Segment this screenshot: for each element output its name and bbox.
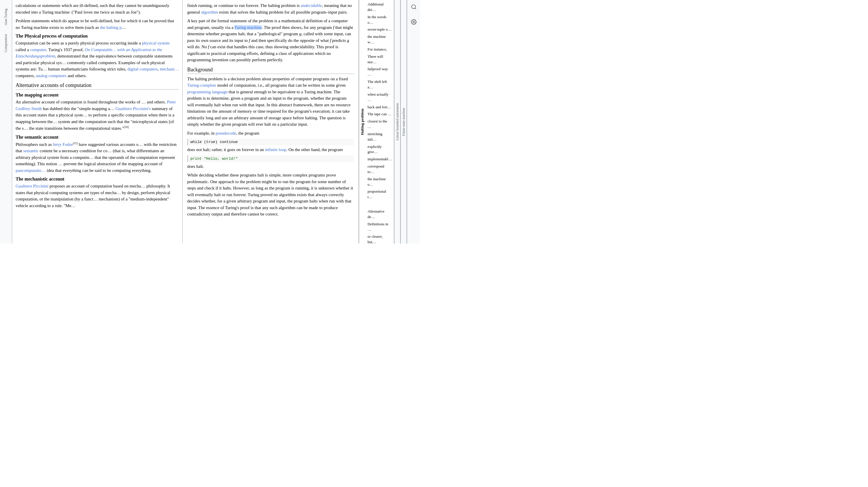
left-para-computation: Computation can be seen as a purely phys…	[16, 40, 179, 79]
center-after-code2: does halt.	[187, 163, 354, 170]
link-jerry-fodor[interactable]: Jerry Fodor	[53, 142, 73, 147]
heading-semantic-account: The semantic account	[16, 135, 179, 140]
right-item-6: failproof way …	[368, 66, 392, 77]
settings-icon	[411, 19, 417, 25]
code-block-1: while (true) continue	[187, 139, 354, 145]
svg-point-2	[413, 21, 414, 23]
heading-alternative-accounts: Alternative accounts of computation	[16, 82, 179, 90]
sidebar-label-computation: Computation	[4, 34, 8, 52]
search-icon	[411, 4, 417, 10]
linear-bounded-automaton-label: Linear bounded automaton	[395, 103, 400, 140]
right-sidebar: Additional det… In the words o… seven-tu…	[365, 0, 394, 244]
link-peter-godfrey-smith[interactable]: Peter Godfrey-Smith	[16, 100, 176, 111]
far-right-panels: Linear bounded automaton Finite-state ma…	[394, 0, 407, 244]
link-turing-machine[interactable]: Turing machine	[234, 25, 262, 30]
right-item-5: There will nee…	[368, 54, 392, 65]
right-item-4: For instance,	[368, 47, 392, 52]
heading-mechanistic-account: The mechanistic account	[16, 176, 179, 182]
right-item-0: Additional det…	[368, 2, 392, 13]
right-item-16: the machine o…	[368, 176, 392, 188]
left-panel: calculations or statements which are ill…	[12, 0, 183, 244]
left-para-mechanistic: Gualtiero Piccinini proposes an account …	[16, 183, 179, 209]
left-para-semantic: Philosophers such as Jerry Fodor[11] hav…	[16, 141, 179, 174]
center-panel: finish running, or continue to run forev…	[183, 0, 359, 244]
left-para-intro: calculations or statements which are ill…	[16, 2, 179, 15]
center-para1: A key part of the formal statement of th…	[187, 18, 354, 63]
halting-problem-tab: Halting problem	[359, 0, 365, 244]
right-item-9: back and fort…	[368, 104, 392, 110]
left-para-problem-statements: Problem statements which do appear to be…	[16, 18, 179, 31]
right-item-14: implementabl…	[368, 157, 392, 162]
right-item-12: stretching infi…	[368, 131, 392, 142]
finite-state-machine-panel: Finite-state machine	[401, 0, 407, 244]
link-digital-computers[interactable]: digital computers	[127, 67, 158, 71]
right-item-3: the machine w…	[368, 34, 392, 45]
right-item-17: proportional t…	[368, 189, 392, 200]
right-item-8: when actually …	[368, 92, 392, 103]
right-spacer	[368, 202, 392, 207]
icons-panel	[407, 0, 420, 244]
left-para-mapping: An alternative account of computation is…	[16, 99, 179, 132]
right-item-11: closest to the …	[368, 119, 392, 130]
link-turing-complete[interactable]: Turing-complete	[187, 83, 216, 88]
settings-button[interactable]	[409, 17, 418, 27]
link-analog-computers[interactable]: analog computers	[36, 73, 66, 78]
link-physical-system[interactable]: physical system	[142, 41, 169, 45]
svg-line-1	[415, 8, 416, 9]
right-item-15: correspond to…	[368, 164, 392, 175]
right-item-20: or clearer, but…	[368, 234, 392, 244]
link-halting-problem[interactable]: the halting p	[100, 25, 122, 30]
link-on-computable[interactable]: On Computable…	[85, 47, 116, 52]
link-gualtiero-piccinini2[interactable]: Gualtiero Piccinini	[16, 184, 49, 188]
right-item-19: Definitions in …	[368, 222, 392, 232]
heading-background: Background	[187, 67, 354, 74]
heading-physical-process: The Physical process of computation	[16, 33, 179, 39]
link-mechani[interactable]: mechani…	[160, 67, 179, 71]
center-after-code1: does not halt; rather, it goes on foreve…	[187, 147, 354, 153]
heading-mapping-account: The mapping account	[16, 92, 179, 98]
search-button[interactable]	[409, 2, 418, 11]
center-panel-wrapper: finish running, or continue to run forev…	[183, 0, 365, 244]
left-sidebar: Alan Turing Computation	[0, 0, 12, 244]
link-pseudocode[interactable]: pseudocode	[216, 131, 236, 135]
link-programming-language[interactable]: programming language	[187, 90, 228, 94]
center-background: The halting problem is a decision proble…	[187, 76, 354, 128]
link-undecidable[interactable]: undecidable	[301, 3, 322, 8]
right-item-7: The shift left a…	[368, 79, 392, 90]
right-item-2: seven-tuple o…	[368, 27, 392, 32]
finite-state-machine-label: Finite-state machine	[402, 108, 406, 136]
center-final-para: While deciding whether these programs ha…	[187, 172, 354, 218]
right-item-13: explicitly give…	[368, 144, 392, 155]
linear-bounded-automaton-panel: Linear bounded automaton	[394, 0, 401, 244]
code-block-2: print "Hello, world!"	[187, 155, 354, 162]
link-algorithm[interactable]: algorithm	[201, 10, 218, 14]
right-item-18: Alternative de…	[368, 209, 392, 220]
right-item-10: The tape can …	[368, 111, 392, 117]
center-intro: finish running, or continue to run forev…	[187, 2, 354, 15]
link-semantic[interactable]: semantic	[23, 149, 38, 153]
link-gualtiero-piccinini[interactable]: Gualtiero Piccinini's	[115, 106, 151, 111]
link-computer[interactable]: computer	[30, 47, 46, 52]
link-pancomputatio[interactable]: pancomputatio…	[16, 168, 45, 173]
link-infinite-loop[interactable]: infinite loop	[265, 147, 286, 152]
right-item-1: In the words o…	[368, 14, 392, 25]
center-pseudocode-intro: For example, in pseudocode, the program	[187, 130, 354, 137]
sidebar-label-alan-turing: Alan Turing	[4, 9, 8, 25]
halting-problem-label: Halting problem	[360, 108, 365, 135]
